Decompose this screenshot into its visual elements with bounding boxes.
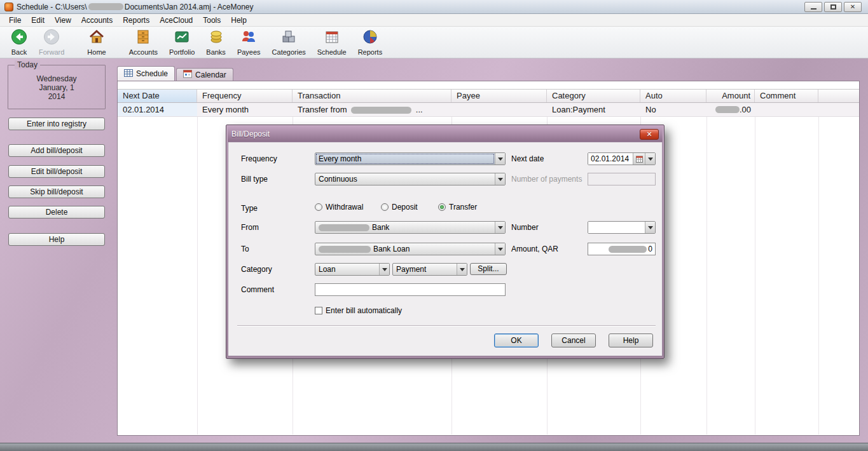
dialog-close-button[interactable]: ✕: [640, 129, 659, 140]
cell-frequency[interactable]: Every month: [197, 103, 293, 116]
menu-reports[interactable]: Reports: [118, 15, 155, 26]
checkbox-icon: [315, 307, 322, 314]
toolbar-banks-button[interactable]: Banks: [200, 27, 231, 57]
toolbar-reports-button[interactable]: Reports: [352, 27, 389, 57]
menu-bar: File Edit View Accounts Reports AceCloud…: [0, 14, 868, 27]
add-bill-deposit-button[interactable]: Add bill/deposit: [8, 144, 105, 157]
calendar-picker-icon[interactable]: [633, 153, 645, 165]
chevron-down-icon: [457, 264, 467, 275]
header-comment[interactable]: Comment: [755, 90, 818, 102]
chevron-down-icon: [495, 243, 505, 255]
window-title: Schedule - C:\Users\ Documents\Jan 2014.…: [17, 3, 254, 11]
toolbar-home-button[interactable]: Home: [81, 27, 111, 57]
subcategory-select[interactable]: Payment: [392, 263, 467, 276]
to-account-select[interactable]: Bank Loan: [315, 243, 506, 255]
app-icon: [4, 3, 13, 11]
chevron-down-icon: [495, 222, 505, 233]
cell-comment[interactable]: [755, 103, 818, 116]
toolbar-label: Banks: [206, 48, 226, 56]
close-icon: ✕: [850, 3, 855, 10]
banks-icon: [208, 29, 224, 48]
schedule-grid-icon: [124, 69, 133, 79]
skip-bill-deposit-button[interactable]: Skip bill/deposit: [8, 185, 105, 198]
menu-acecloud[interactable]: AceCloud: [155, 15, 198, 26]
header-category[interactable]: Category: [547, 90, 640, 102]
toolbar-label: Payees: [237, 48, 261, 56]
cell-amount[interactable]: .00: [706, 103, 755, 116]
cancel-button[interactable]: Cancel: [551, 333, 596, 347]
header-frequency[interactable]: Frequency: [197, 90, 293, 102]
comment-field[interactable]: [315, 283, 506, 296]
menu-help[interactable]: Help: [226, 15, 252, 26]
from-account-select[interactable]: Bank: [315, 221, 506, 234]
header-auto[interactable]: Auto: [640, 90, 706, 102]
menu-edit[interactable]: Edit: [26, 15, 50, 26]
category-select[interactable]: Loan: [315, 263, 390, 276]
cell-payee[interactable]: [451, 103, 547, 116]
header-next-date[interactable]: Next Date: [118, 90, 197, 102]
screen: { "window": { "title_prefix": "Schedule …: [0, 0, 868, 451]
cell-transaction[interactable]: Transfer from ...: [293, 103, 451, 116]
radio-icon: [381, 203, 389, 211]
tab-schedule[interactable]: Schedule: [117, 66, 175, 81]
toolbar-schedule-button[interactable]: Schedule: [312, 27, 352, 57]
delete-button[interactable]: Delete: [8, 206, 105, 219]
type-label: Type: [241, 204, 258, 213]
today-groupbox: Today Wednesday January, 1 2014: [8, 65, 106, 109]
back-icon: [11, 29, 27, 48]
menu-view[interactable]: View: [50, 15, 76, 26]
toolbar-label: Forward: [39, 48, 64, 56]
radio-withdrawal[interactable]: Withdrawal: [315, 203, 363, 212]
forward-icon: [43, 29, 60, 48]
today-date: January, 1: [8, 83, 105, 92]
ok-button[interactable]: OK: [494, 333, 539, 347]
screen-bottom-edge: [0, 443, 868, 451]
edit-bill-deposit-button[interactable]: Edit bill/deposit: [8, 165, 105, 178]
next-date-label: Next date: [511, 154, 544, 163]
toolbar-payees-button[interactable]: Payees: [231, 27, 266, 57]
toolbar-label: Portfolio: [169, 48, 195, 56]
close-button[interactable]: ✕: [844, 2, 862, 12]
next-date-picker[interactable]: 02.01.2014: [588, 152, 656, 165]
number-select[interactable]: [588, 221, 656, 234]
header-payee[interactable]: Payee: [451, 90, 547, 102]
help-button[interactable]: Help: [8, 233, 105, 246]
column-divider: [706, 117, 707, 434]
maximize-button[interactable]: [824, 2, 842, 12]
enter-bill-automatically-checkbox[interactable]: Enter bill automatically: [315, 306, 402, 315]
payees-icon: [240, 29, 257, 48]
radio-deposit[interactable]: Deposit: [381, 203, 418, 212]
toolbar-categories-button[interactable]: Categories: [266, 27, 312, 57]
cell-auto[interactable]: No: [640, 103, 706, 116]
split-button[interactable]: Split...: [470, 263, 507, 275]
redacted-amount: [609, 246, 647, 253]
amount-decimals: .00: [740, 103, 751, 116]
comment-label: Comment: [241, 285, 274, 294]
toolbar-forward-button[interactable]: Forward: [33, 27, 70, 57]
minimize-button[interactable]: [804, 2, 822, 12]
bill-type-select[interactable]: Continuous: [315, 173, 506, 185]
cell-next-date[interactable]: 02.01.2014: [118, 103, 197, 116]
cell-category[interactable]: Loan:Payment: [547, 103, 640, 116]
tab-label: Schedule: [136, 69, 168, 78]
dialog-help-button[interactable]: Help: [609, 333, 653, 347]
menu-tools[interactable]: Tools: [198, 15, 226, 26]
header-amount[interactable]: Amount: [706, 90, 755, 102]
header-transaction[interactable]: Transaction: [293, 90, 451, 102]
menu-file[interactable]: File: [4, 15, 26, 26]
radio-selected-icon: [438, 203, 446, 211]
enter-into-registry-button[interactable]: Enter into registry: [8, 118, 105, 130]
toolbar-accounts-button[interactable]: Accounts: [123, 27, 163, 57]
table-row[interactable]: 02.01.2014 Every month Transfer from ...…: [118, 103, 859, 117]
today-label: Today: [15, 60, 40, 69]
frequency-select[interactable]: Every month: [315, 152, 506, 165]
tab-calendar[interactable]: Calendar: [176, 68, 233, 81]
radio-transfer[interactable]: Transfer: [438, 203, 477, 212]
toolbar-portfolio-button[interactable]: Portfolio: [163, 27, 200, 57]
checkbox-label: Enter bill automatically: [326, 306, 402, 315]
menu-accounts[interactable]: Accounts: [76, 15, 118, 26]
toolbar-back-button[interactable]: Back: [5, 27, 33, 57]
tab-bar: Schedule Calendar: [117, 66, 868, 81]
toolbar-label: Back: [11, 48, 27, 56]
amount-field[interactable]: 0: [588, 243, 656, 255]
